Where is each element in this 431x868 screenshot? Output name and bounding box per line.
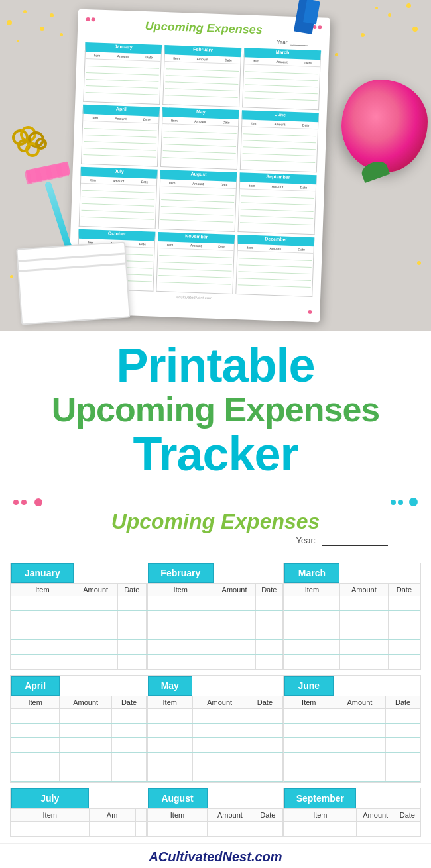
- big-title-section: Printable Upcoming Expenses Tracker: [0, 331, 431, 491]
- feb-date-header: Date: [255, 584, 282, 596]
- deco-dots-right: [391, 498, 418, 506]
- mar-item-header: Item: [284, 584, 340, 596]
- january-col: January Item Amount Date: [11, 563, 147, 669]
- deco-dots-left: [13, 498, 42, 506]
- teal-dot-1: [391, 500, 396, 505]
- teal-dot-3: [409, 498, 418, 506]
- jan-item-header: Item: [11, 584, 74, 596]
- july-col: July Item Am: [11, 788, 147, 836]
- pink-flower: [341, 80, 428, 172]
- title-upcoming-expenses: Upcoming Expenses: [7, 392, 424, 427]
- mar-date-header: Date: [388, 584, 420, 596]
- title-tracker: Tracker: [7, 430, 424, 478]
- september-col: September Item Amount Date: [284, 788, 420, 836]
- pink-dot-2: [21, 500, 27, 505]
- year-underline: [322, 535, 388, 546]
- months-row-3: July Item Am August Item Amount Date: [10, 788, 421, 837]
- pink-dot-1: [13, 500, 19, 505]
- june-col: June Item Amount Date: [284, 676, 420, 782]
- months-row-1: January Item Amount Date February Item A…: [10, 563, 421, 670]
- august-header: August: [148, 788, 208, 808]
- jan-amount-header: Amount: [74, 584, 117, 596]
- march-header: March: [284, 563, 340, 583]
- months-row-2: April Item Amount Date May Item Amount: [10, 675, 421, 783]
- footer: ACultivatedNest.com: [0, 843, 431, 868]
- june-header: June: [284, 676, 334, 696]
- tracker-table-section: January Item Amount Date February Item A…: [0, 563, 431, 843]
- photo-background: Upcoming Expenses Year: ______ January I…: [0, 0, 431, 331]
- deco-dots-row: [10, 498, 421, 506]
- year-label: Year:: [296, 535, 316, 545]
- mar-amount-header: Amount: [339, 584, 388, 596]
- feb-amount-header: Amount: [214, 584, 255, 596]
- september-header: September: [284, 788, 357, 808]
- tracker-preview: Upcoming Expenses Year:: [0, 491, 431, 563]
- august-col: August Item Amount Date: [147, 788, 284, 836]
- february-header: February: [148, 563, 214, 583]
- notebook: [16, 241, 131, 325]
- april-col: April Item Amount Date: [11, 676, 147, 782]
- jan-date-header: Date: [117, 584, 146, 596]
- march-col: March Item Amount Date: [284, 563, 420, 669]
- may-header: May: [148, 676, 193, 696]
- april-header: April: [11, 676, 60, 696]
- pink-dot-3: [34, 498, 42, 506]
- mini-jan: January: [115, 44, 133, 49]
- photo-section: Upcoming Expenses Year: ______ January I…: [0, 0, 431, 331]
- feb-item-header: Item: [148, 584, 214, 596]
- july-header: July: [11, 788, 90, 808]
- teal-dot-2: [398, 500, 403, 505]
- may-col: May Item Amount Date: [147, 676, 284, 782]
- site-name: ACultivatedNest.com: [149, 849, 282, 864]
- february-col: February Item Amount Date: [147, 563, 284, 669]
- gold-rings: [12, 126, 65, 179]
- january-header: January: [11, 563, 74, 583]
- title-printable: Printable: [7, 341, 424, 389]
- tracker-title: Upcoming Expenses: [10, 510, 421, 534]
- tracker-year-line: Year:: [10, 535, 421, 546]
